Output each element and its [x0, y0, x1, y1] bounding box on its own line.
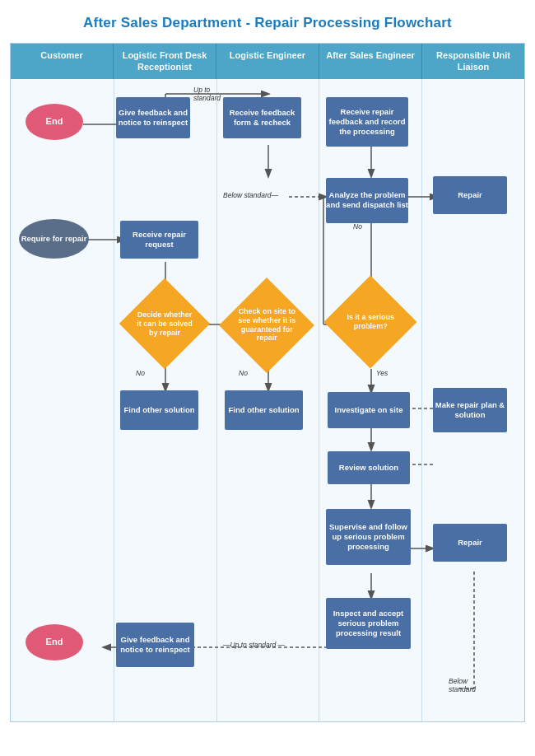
repair-top-rect: Repair [433, 176, 507, 214]
below-standard-bottom-label: Belowstandard [449, 677, 476, 693]
col-responsible: Responsible UnitLiaison [422, 44, 524, 79]
supervise-rect: Supervise and follow up serious problem … [326, 509, 411, 565]
end-top-oval: End [26, 104, 83, 140]
col-logistic-eng: Logistic Engineer [216, 44, 319, 79]
flow-area: End Give feedback and notice to reinspec… [11, 79, 524, 721]
page-title: After Sales Department - Repair Processi… [10, 15, 525, 31]
is-serious-diamond: Is it a serious problem? [323, 275, 416, 368]
divider-4 [421, 79, 422, 721]
col-after-sales: After Sales Engineer [319, 44, 422, 79]
below-standard-top-label: Below standard— [223, 191, 278, 199]
receive-repair-feedback-rect: Receive repair feedback and record the p… [326, 97, 408, 147]
check-on-site-diamond: Check on site to see whether it is guara… [219, 278, 314, 373]
decide-repair-diamond: Decide whether it can be solved by repai… [119, 278, 210, 368]
end-bottom-oval: End [26, 624, 83, 660]
col-customer: Customer [11, 44, 114, 79]
flowchart: Customer Logistic Front DeskReceptionist… [10, 43, 525, 722]
give-feedback-bottom-rect: Give feedback and notice to reinspect [116, 623, 194, 667]
divider-3 [319, 79, 319, 721]
inspect-rect: Inspect and accept serious problem proce… [326, 598, 411, 649]
divider-2 [216, 79, 217, 721]
receive-feedback-rect: Receive feedback form & recheck [223, 97, 301, 138]
review-solution-rect: Review solution [328, 451, 410, 484]
no-label-1: No [136, 369, 145, 377]
no-label-2: No [239, 369, 248, 377]
require-repair-oval: Require for repair [19, 219, 89, 259]
column-headers: Customer Logistic Front DeskReceptionist… [11, 44, 524, 79]
divider-1 [114, 79, 114, 721]
make-repair-rect: Make repair plan & solution [433, 388, 507, 432]
yes-label: Yes [376, 369, 388, 377]
receive-repair-request-rect: Receive repair request [120, 221, 198, 259]
up-to-standard-label: Up tostandard [193, 86, 221, 102]
analyze-problem-rect: Analyze the problem and send dispatch li… [326, 178, 408, 223]
col-logistic-front: Logistic Front DeskReceptionist [114, 44, 216, 79]
page: After Sales Department - Repair Processi… [0, 0, 535, 737]
find-other-1-rect: Find other solution [120, 390, 198, 430]
up-to-standard-bottom-label: —Up to standard — [223, 641, 285, 649]
repair-bottom-rect: Repair [433, 524, 507, 562]
find-other-2-rect: Find other solution [225, 390, 303, 430]
investigate-rect: Investigate on site [328, 392, 410, 428]
give-feedback-top-rect: Give feedback and notice to reinspect [116, 97, 190, 138]
no-label-analyze: No [353, 222, 362, 231]
